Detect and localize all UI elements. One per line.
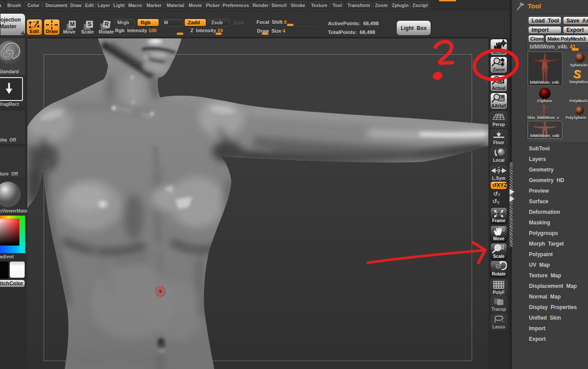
svg-text:x1: x1 bbox=[499, 79, 505, 84]
